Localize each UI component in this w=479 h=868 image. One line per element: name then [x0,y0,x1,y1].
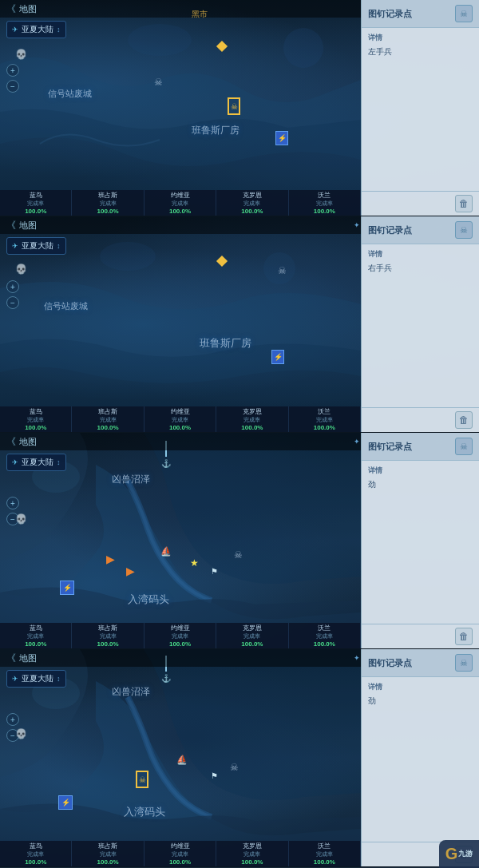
stat-name-4-3: 克罗恩 [243,842,262,850]
stat-sub-1-0: 完成率 [27,200,44,208]
stat-name-4-4: 沃兰 [318,842,331,850]
region-banner-1: ✈ 亚夏大陆 ↕ [6,21,66,38]
marker-4a: 💀 [14,727,27,740]
jiuyou-logo: G 九游 [439,840,479,868]
stat-pct-4-2: 100.0% [169,858,191,866]
marker-1b: ☠ [152,76,164,89]
region-arrows-3: ↕ [57,458,61,466]
diamond-icon-2 [216,256,228,267]
skull-icon-2a: 💀 [15,264,27,275]
delete-btn-1[interactable]: 🗑 [455,195,473,212]
arrow-marker-3a: ▶ [104,553,117,565]
stat-sub-2-3: 完成率 [243,416,260,424]
back-nav-1[interactable]: 《 地图 [6,2,37,16]
delete-btn-3[interactable]: 🗑 [455,628,473,645]
stat-name-2-1: 班占斯 [98,407,117,416]
stat-name-1-1: 班占斯 [98,191,117,200]
skull-marker-4: ☠ [228,761,240,774]
stat-name-3-4: 沃兰 [318,624,331,632]
region-name-3: 亚夏大陆 [22,457,53,468]
stat-sub-3-1: 完成率 [100,632,117,640]
side-panel-body-4: 详情 劲 [362,677,479,842]
zoom-in-btn-2[interactable]: + [6,280,19,293]
back-nav-3[interactable]: 《 地图 [6,435,37,449]
stat-name-3-1: 班占斯 [98,624,117,632]
back-arrow-icon-3: 《 [6,435,16,449]
stat-pct-3-2: 100.0% [169,640,191,648]
blue-marker-2: ⚡ [271,351,284,363]
stat-sub-3-4: 完成率 [316,632,333,640]
zoom-out-btn-1[interactable]: − [6,80,19,93]
target-box-1: ☠ [228,97,240,115]
stat-name-1-4: 沃兰 [318,191,331,200]
player-icon-3: ★ [190,557,199,569]
region-arrows-1: ↕ [57,26,61,34]
skull-icon-1b: ☠ [154,77,163,88]
zoom-in-btn-4[interactable]: + [6,713,19,726]
stat-pct-4-4: 100.0% [314,858,335,866]
stat-item-4-2: 约维亚 完成率 100.0% [144,841,216,866]
region-banner-3: ✈ 亚夏大陆 ↕ [6,454,66,471]
back-nav-4[interactable]: 《 地图 [6,652,37,665]
zoom-in-btn-3[interactable]: + [6,497,19,509]
region-name-1: 亚夏大陆 [22,24,53,35]
pin-symbol-3: ☠ [460,442,468,452]
cursor-icon-2: ✦ [354,221,360,229]
stat-sub-1-3: 完成率 [243,200,260,208]
blue-square-2: ⚡ [271,350,284,364]
panel-1: 《 地图 黑市 当前坐标(-221.9,304.0) S8 19 1 ✈ 亚夏大… [0,0,479,216]
stat-sub-4-2: 完成率 [172,850,188,858]
boat-icon-4: ⛵ [176,755,188,765]
stat-item-3-4: 沃兰 完成率 100.0% [289,623,361,648]
detail-value-4: 劲 [368,696,473,707]
zoom-in-btn-1[interactable]: + [6,64,19,77]
detail-label-4: 详情 [368,682,473,692]
blue-sq-4: ⚡ [58,795,73,810]
stat-sub-2-4: 完成率 [316,416,333,424]
stat-name-4-2: 约维亚 [171,842,190,850]
target-marker-4: ☠ [136,773,148,786]
detail-value-2: 右手兵 [368,263,473,274]
region-arrows-2: ↕ [57,242,61,250]
stat-pct-1-4: 100.0% [314,208,335,215]
stat-bar-3: 蓝鸟 完成率 100.0% 班占斯 完成率 100.0% 约维亚 完成率 100… [0,623,361,648]
side-panel-header-2: 图钉记录点 ☠ [362,216,479,244]
stat-item-1-2: 约维亚 完成率 100.0% [144,190,216,216]
delete-btn-2[interactable]: 🗑 [455,411,473,429]
stat-pct-4-0: 100.0% [25,858,46,866]
side-panel-footer-2: 🗑 [362,407,479,432]
stat-bar-1: 蓝鸟 完成率 100.0% 班占斯 完成率 100.0% 约维亚 完成率 100… [0,190,361,216]
pin-icon-btn-3[interactable]: ☠ [455,438,473,455]
pin-icon-btn-2[interactable]: ☠ [455,221,473,239]
back-nav-2[interactable]: 《 地图 [6,219,37,232]
svg-point-0 [283,28,323,68]
target-inner-1: ☠ [231,102,238,111]
stat-sub-3-2: 完成率 [172,632,188,640]
stat-bar-4: 蓝鸟 完成率 100.0% 班占斯 完成率 100.0% 约维亚 完成率 100… [0,841,361,866]
stat-item-3-1: 班占斯 完成率 100.0% [72,623,144,648]
stat-sub-4-0: 完成率 [27,850,44,858]
diamond-marker-1 [216,40,228,53]
side-panel-body-3: 详情 劲 [362,461,479,624]
back-arrow-icon-2: 《 [6,219,16,232]
skull-icon-1a: 💀 [15,49,27,60]
zoom-out-btn-2[interactable]: − [6,296,19,309]
region-banner-4: ✈ 亚夏大陆 ↕ [6,670,66,688]
diamond-icon-1 [216,41,228,52]
boat-marker-4: ⛵ [176,753,188,766]
detail-value-1: 左手兵 [368,46,473,57]
stat-item-1-0: 蓝鸟 完成率 100.0% [0,190,72,216]
region-icon-2: ✈ [12,242,18,250]
side-panel-4: 图钉记录点 ☠ 详情 劲 🗑 [361,649,479,866]
map-label-4: 地图 [19,652,37,664]
stat-item-4-0: 蓝鸟 完成率 100.0% [0,841,72,866]
stat-pct-4-3: 100.0% [241,858,263,866]
blackmarket-label-1: 黑市 [192,9,208,20]
region-arrows-4: ↕ [57,675,61,683]
player-marker-3: ★ [188,557,200,569]
pin-icon-btn-4[interactable]: ☠ [455,654,473,672]
back-arrow-icon-1: 《 [6,2,16,16]
region-icon-1: ✈ [12,26,18,34]
stat-name-2-3: 克罗恩 [243,407,262,416]
pin-icon-btn-1[interactable]: ☠ [455,5,473,22]
